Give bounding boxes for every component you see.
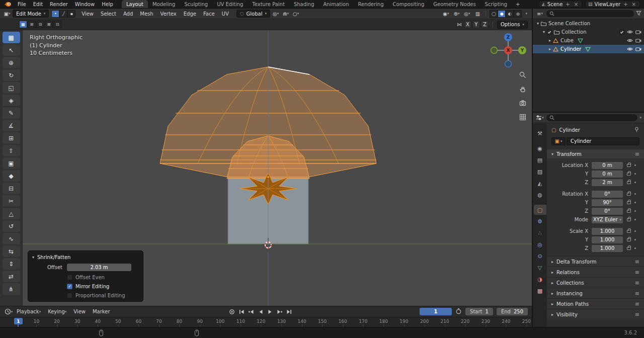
viewport-menu-view[interactable]: View (78, 9, 97, 19)
menu-render[interactable]: Render (46, 0, 71, 8)
timeline-editor-type-button[interactable]: ▾ (4, 308, 13, 316)
render-camera-icon[interactable] (635, 30, 641, 34)
tool-select-box[interactable]: ▦ (3, 32, 20, 43)
panel-menu-icon[interactable]: ≡ (635, 301, 639, 307)
tool-edge-slide[interactable]: ⇆ (3, 245, 20, 257)
tool-extrude-region[interactable]: ⇧ (3, 145, 20, 156)
menu-window[interactable]: Window (71, 0, 98, 8)
mode-dropdown[interactable]: Edit Mode ▾ (13, 10, 49, 18)
transform-panel-header[interactable]: ▾ Transform ≡ (547, 149, 644, 158)
animate-dot-icon[interactable] (634, 230, 636, 232)
workspace-tab-animation[interactable]: Animation (319, 0, 354, 8)
viewport-menu-mesh[interactable]: Mesh (136, 9, 156, 19)
filter-icon[interactable] (636, 11, 641, 17)
eye-icon[interactable] (627, 30, 633, 34)
properties-tab-material[interactable]: ◑ (534, 274, 546, 284)
timeline-menu-view[interactable]: View (70, 306, 89, 317)
properties-tab-physics[interactable]: ◎ (534, 239, 546, 249)
lock-icon[interactable] (627, 193, 631, 196)
tool-smooth[interactable]: ∿ (3, 233, 20, 244)
face-select-mode-button[interactable]: ▪ (67, 10, 75, 18)
render-camera-icon[interactable] (635, 47, 641, 51)
section-instancing[interactable]: ▸Instancing≡ (547, 288, 644, 298)
properties-tab-tool[interactable]: ⚒ (534, 128, 546, 138)
edge-select-mode-button[interactable]: ╱ (59, 10, 67, 18)
options-dropdown[interactable]: Options ▾ (497, 21, 528, 29)
frame-end-field[interactable]: End 250 (497, 308, 528, 315)
properties-search-input[interactable] (546, 114, 637, 121)
panel-menu-icon[interactable]: ≡ (635, 259, 639, 265)
tool-transform[interactable]: ◈ (3, 95, 20, 106)
pivot-point-button[interactable]: ◎▾ (271, 10, 280, 18)
mirror-y-button[interactable]: Y (472, 21, 480, 28)
exclude-checkbox[interactable] (547, 30, 552, 35)
tool-scale[interactable]: ◱ (3, 82, 20, 94)
tool-shrink-fatten[interactable]: ⇕ (3, 258, 20, 270)
solid-shading-button[interactable]: ● (498, 10, 506, 18)
snapping-magnet-button[interactable]: ⋒▾ (281, 10, 290, 18)
lock-icon[interactable] (627, 201, 631, 204)
jump-to-start-button[interactable] (237, 307, 246, 316)
properties-tab-constraints[interactable]: ⊙ (534, 251, 546, 261)
playhead[interactable]: 1 (14, 318, 23, 324)
timeline-menu-keying[interactable]: Keying▾ (44, 306, 70, 317)
blender-logo-icon[interactable] (4, 1, 12, 7)
workspace-tab-sculpting[interactable]: Sculpting (180, 0, 212, 8)
zoom-icon[interactable] (518, 70, 527, 79)
animate-dot-icon[interactable] (634, 164, 636, 166)
tool-rip-region[interactable]: ⋔ (3, 283, 20, 295)
workspace-tab-compositing[interactable]: Compositing (388, 0, 429, 8)
properties-tab-world[interactable]: ◍ (534, 190, 546, 200)
workspace-tab-uv-editing[interactable]: UV Editing (212, 0, 248, 8)
panel-menu-icon[interactable]: ≡ (635, 151, 639, 157)
panel-menu-icon[interactable]: ≡ (635, 290, 639, 297)
lock-icon[interactable] (627, 218, 631, 221)
auto-keying-button[interactable] (227, 307, 236, 316)
viewport-menu-vertex[interactable]: Vertex (157, 9, 180, 19)
workspace-tab-shading[interactable]: Shading (289, 0, 319, 8)
properties-tab-object-data[interactable]: ▽ (534, 263, 546, 273)
editor-type-button[interactable]: ▣▾ (3, 10, 12, 18)
camera-view-icon[interactable] (518, 99, 527, 108)
expand-icon[interactable]: ▸ (549, 47, 551, 51)
stopwatch-icon[interactable] (455, 308, 462, 315)
current-frame-field[interactable]: 1 (420, 308, 452, 315)
mode-value-field[interactable]: XYZ Euler▾ (592, 216, 623, 223)
new-view-layer-button[interactable]: + (622, 2, 628, 7)
object-name-input[interactable]: Cylinder (567, 137, 639, 145)
play-reverse-button[interactable] (256, 307, 265, 316)
shading-dropdown-caret[interactable]: ▾ (525, 12, 527, 16)
animate-dot-icon[interactable] (634, 219, 636, 220)
frame-start-field[interactable]: Start 1 (465, 308, 493, 315)
wireframe-shading-button[interactable]: ◯ (490, 10, 498, 18)
tool-cursor[interactable]: ↖ (3, 44, 20, 56)
section-motion-paths[interactable]: ▸Motion Paths≡ (547, 298, 644, 309)
pin-icon[interactable] (634, 127, 639, 133)
menu-file[interactable]: File (14, 0, 30, 8)
panel-menu-icon[interactable]: ≡ (635, 311, 639, 318)
eye-icon[interactable] (627, 47, 633, 51)
lock-icon[interactable] (627, 210, 631, 213)
location-x-value-field[interactable]: 0 m (592, 162, 623, 169)
tool-knife[interactable]: ✂ (3, 195, 20, 207)
properties-tab-object[interactable]: ▢ (534, 205, 546, 215)
tool-inset-faces[interactable]: ▣ (3, 157, 20, 169)
xray-toggle-button[interactable]: ▥ (473, 10, 482, 18)
animate-dot-icon[interactable] (634, 210, 636, 212)
z-value-field[interactable]: 1.000 (592, 245, 623, 252)
properties-tab-scene[interactable]: ◭ (534, 178, 546, 188)
tool-bevel[interactable]: ◆ (3, 170, 20, 182)
mirror-z-button[interactable]: Z (481, 21, 489, 28)
timeline-menu-marker[interactable]: Marker (89, 306, 114, 317)
workspace-tab-modeling[interactable]: Modeling (148, 0, 180, 8)
viewport-menu-add[interactable]: Add (120, 9, 136, 19)
properties-editor-type-button[interactable]: ▾ (535, 114, 544, 122)
scene-selector[interactable]: ◭ Scene + × (539, 1, 582, 8)
tool-poly-build[interactable]: △ (3, 208, 20, 219)
tool-shear[interactable]: ⇄ (3, 271, 20, 282)
animate-dot-icon[interactable] (634, 182, 636, 183)
properties-tab-particles[interactable]: ∴ (534, 228, 546, 238)
tool-move[interactable]: ⊕ (3, 57, 20, 68)
animate-dot-icon[interactable] (634, 247, 636, 249)
animate-dot-icon[interactable] (634, 193, 636, 195)
